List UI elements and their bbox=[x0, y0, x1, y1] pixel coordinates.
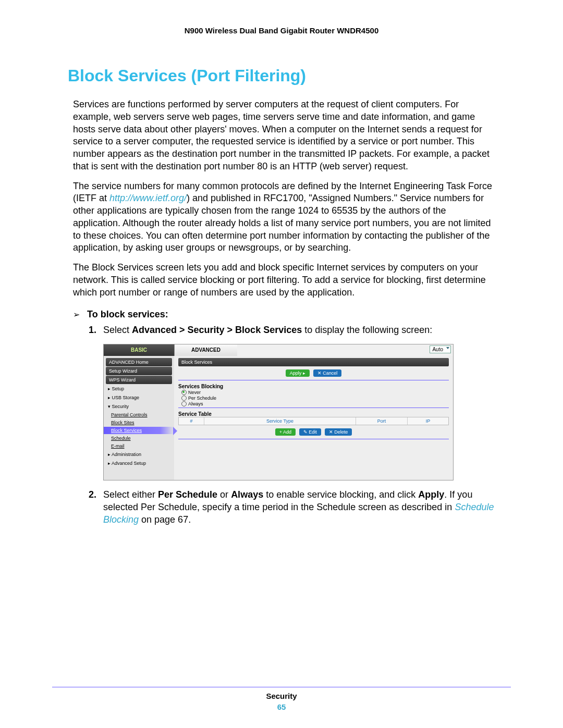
cancel-button[interactable]: ✕ Cancel bbox=[313, 369, 342, 377]
apply-button[interactable]: Apply ▸ bbox=[286, 369, 310, 377]
sidebar-adv-setup[interactable]: ▸ Advanced Setup bbox=[104, 459, 174, 467]
sidebar-setup-wizard[interactable]: Setup Wizard bbox=[106, 367, 172, 375]
tab-basic[interactable]: BASIC bbox=[104, 344, 175, 356]
step-2: 2. Select either Per Schedule or Always … bbox=[89, 489, 495, 526]
sidebar-usb[interactable]: ▸ USB Storage bbox=[104, 393, 174, 402]
paragraph-2: The service numbers for many common prot… bbox=[73, 180, 495, 255]
table-header: # Service Type Port IP bbox=[178, 417, 449, 425]
add-button[interactable]: + Add bbox=[275, 428, 296, 436]
footer: Security 65 bbox=[0, 687, 563, 711]
s2-m2: to enable service blocking, and click bbox=[263, 489, 418, 500]
doc-header: N900 Wireless Dual Band Gigabit Router W… bbox=[52, 26, 511, 35]
table-label: Service Table bbox=[178, 411, 449, 417]
language-select[interactable]: Auto bbox=[430, 346, 451, 353]
pane-title: Block Services bbox=[178, 358, 449, 366]
step1-pre: Select bbox=[103, 325, 132, 335]
ietf-link[interactable]: http://www.ietf.org/ bbox=[109, 193, 187, 203]
paragraph-1: Services are functions performed by serv… bbox=[73, 98, 495, 173]
s2-b1: Per Schedule bbox=[158, 489, 217, 500]
step1-path: Advanced > Security > Block Services bbox=[132, 325, 302, 335]
col-type: Service Type bbox=[204, 417, 356, 425]
radio-always[interactable]: Always bbox=[181, 401, 449, 406]
step-2-num: 2. bbox=[89, 489, 103, 526]
step-1: 1. Select Advanced > Security > Block Se… bbox=[89, 324, 495, 337]
radio-per-schedule[interactable]: Per Schedule bbox=[181, 396, 449, 401]
section-title: Block Services (Port Filtering) bbox=[68, 66, 511, 85]
sidebar-home[interactable]: ADVANCED Home bbox=[106, 358, 172, 366]
sidebar-block-sites[interactable]: Block Sites bbox=[104, 419, 174, 426]
s2-pre: Select either bbox=[103, 489, 158, 500]
sidebar-wps[interactable]: WPS Wizard bbox=[106, 376, 172, 384]
paragraph-3: The Block Services screen lets you add a… bbox=[73, 262, 495, 299]
arrow-icon: ➢ bbox=[73, 310, 80, 319]
sidebar-email[interactable]: E-mail bbox=[104, 442, 174, 450]
col-ip: IP bbox=[408, 417, 448, 425]
delete-button[interactable]: ✕ Delete bbox=[325, 428, 352, 436]
page-number: 65 bbox=[0, 702, 563, 711]
sidebar-security[interactable]: ▾ Security bbox=[104, 402, 174, 411]
s2-b2: Always bbox=[231, 489, 263, 500]
sidebar: ADVANCED Home Setup Wizard WPS Wizard ▸ … bbox=[104, 356, 174, 480]
radio-never[interactable]: Never bbox=[181, 390, 449, 395]
task-label: To block services: bbox=[87, 309, 168, 320]
main-pane: Block Services Apply ▸ ✕ Cancel Services… bbox=[174, 356, 453, 480]
sidebar-block-services[interactable]: Block Services bbox=[104, 427, 174, 434]
chevron-down-icon bbox=[446, 347, 449, 349]
blocking-label: Services Blocking bbox=[178, 384, 449, 389]
footer-label: Security bbox=[0, 692, 563, 700]
col-hash: # bbox=[179, 417, 204, 425]
s2-post: on page 67. bbox=[139, 514, 191, 525]
sidebar-parental[interactable]: Parental Controls bbox=[104, 411, 174, 418]
sidebar-setup[interactable]: ▸ Setup bbox=[104, 385, 174, 393]
task-heading: ➢ To block services: bbox=[73, 309, 495, 320]
screenshot: BASIC ADVANCED Auto ADVANCED Home Setup … bbox=[103, 344, 454, 480]
s2-m1: or bbox=[217, 489, 231, 500]
sidebar-schedule[interactable]: Schedule bbox=[104, 435, 174, 442]
col-port: Port bbox=[356, 417, 408, 425]
edit-button[interactable]: ✎ Edit bbox=[299, 428, 321, 436]
step-1-num: 1. bbox=[89, 324, 103, 337]
s2-b3: Apply bbox=[418, 489, 444, 500]
tab-advanced[interactable]: ADVANCED bbox=[175, 344, 237, 356]
step1-post: to display the following screen: bbox=[302, 325, 432, 335]
sidebar-admin[interactable]: ▸ Administration bbox=[104, 450, 174, 459]
